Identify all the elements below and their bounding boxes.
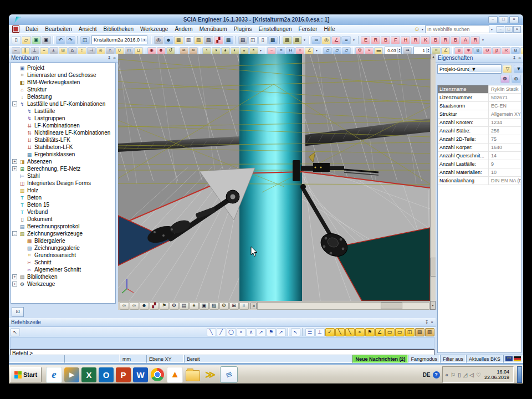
zoom-to-selection-icon[interactable]: ⊕ [511,75,521,83]
help-tray-icon[interactable]: ? [433,371,440,378]
member-tool-icon[interactable]: ± [49,47,58,54]
member-tool-icon[interactable]: Δ [68,47,77,54]
member-tool-icon[interactable]: ∥ [21,47,30,54]
dropdown-arrow-icon[interactable]: ▼ [302,38,307,42]
zoom-icon[interactable]: ◎ [321,36,331,44]
network-tray-icon[interactable]: ◿ [463,372,468,378]
language-indicator[interactable]: DE [423,372,431,378]
member-tool-icon[interactable]: ∩ [106,47,115,54]
model-scene[interactable] [118,54,430,301]
project-combobox[interactable]: Kristalturm2a 2016.0▼ [91,35,147,44]
grid-snap-icon[interactable]: ⌗ [432,47,441,54]
print-icon[interactable]: ▤ [238,36,248,44]
image-view-icon[interactable]: ▨ [209,302,219,310]
view-tool-icon[interactable]: ◑ [212,47,221,54]
concrete-tool-icon[interactable]: Θ [483,47,492,54]
close-button[interactable]: × [509,16,519,23]
flag-view-icon[interactable]: ⚑ [160,302,169,310]
member-tool-icon[interactable]: ⌐ [12,47,21,54]
star-view-icon[interactable]: ★ [190,302,199,310]
draw-line2-icon[interactable]: ╱ [217,328,226,336]
snap-box2-icon[interactable]: ▭ [395,328,405,336]
mdi-restore-button[interactable]: □ [505,26,513,33]
snap-angle-icon[interactable]: ∠ [375,328,385,336]
result-tool-icon[interactable]: R [411,36,420,44]
menu-item-werkzeuge[interactable]: Werkzeuge [137,25,171,33]
tree-item[interactable]: ◫Integriertes Design Forms [11,180,115,187]
member-tool-icon[interactable]: ⊥ [30,47,39,54]
property-row[interactable]: LizenznameRyklin Statik [438,85,521,94]
menu-item-menübaum[interactable]: Menübaum [196,25,231,33]
calculator-icon[interactable]: ▦ [174,36,183,44]
tree-item[interactable]: ✂Algemeiner Schnitt [11,266,115,273]
unlink-members-icon[interactable]: ∞ [189,47,198,54]
tree-tab-icon[interactable]: ⊡ [12,307,24,317]
team-icon[interactable]: ☻ [164,36,173,44]
image-tool2-icon[interactable]: ▩ [293,36,302,44]
viewport-vertical-scrollbar[interactable]: ▲ [430,54,436,301]
angle-tool-icon[interactable]: ∠ [305,47,314,54]
snap-flag-icon[interactable]: ⚑ [365,328,375,336]
expand-tray-icon[interactable]: « [446,372,449,378]
concrete-tool-icon[interactable]: Φ [464,47,473,54]
menu-item-einstellungen[interactable]: Einstellungen [255,25,295,33]
tree-item[interactable]: ▣Projekt [11,64,115,71]
tree-item[interactable]: ⌂Struktur [11,86,115,93]
property-row[interactable]: Lizenznummer502671 [438,94,521,102]
outlook-taskbar-icon[interactable]: O [99,367,114,382]
chart-view-icon[interactable]: ▞ [150,302,159,310]
tree-expander-icon[interactable]: + [12,274,17,279]
tree-item[interactable]: ▨Zeichnungsgalerie [11,244,115,252]
view-tool-icon[interactable]: ◓ [249,47,258,54]
tree-item[interactable]: ↯Lastgruppen [11,115,115,122]
link-icon[interactable]: ∞ [311,36,321,44]
step-tool-icon[interactable]: ⇒ [403,47,412,54]
dropdown-arrow-icon[interactable]: ▼ [314,49,319,52]
tree-item[interactable]: ▦Ergebnisklassen [11,151,115,158]
result-tool-icon[interactable]: B [451,36,460,44]
save-all-icon[interactable]: ▣ [42,36,51,44]
property-row[interactable]: Anzahl 2D-Teile:75 [438,135,521,144]
copy-tool-icon[interactable]: ▱ [332,47,341,54]
property-row[interactable]: Anzahl Materialien:10 [438,168,521,177]
3d-viewport[interactable]: ▲ ∞∞☻▞⚑⚙▤★▣▨⚙⊞⌗ ◄ ▼ [118,54,436,318]
close-icon[interactable]: × [518,55,521,60]
vlc-taskbar-icon[interactable]: ▲ [167,367,183,383]
select-nodes-icon[interactable]: ◉ [147,47,156,54]
dropdown-arrow-icon[interactable]: ▼ [480,38,485,42]
tree-item[interactable]: ⇊LF-Kombinationen [11,122,115,129]
tree-item[interactable]: ⌗Grundrissansicht [11,252,115,259]
result-tool-icon[interactable]: K [421,36,430,44]
snap-line-icon[interactable]: ╲ [335,328,345,336]
select-link-icon[interactable]: ∞ [120,302,129,310]
tree-item[interactable]: TVerbund [11,208,115,216]
internet-explorer-taskbar-icon[interactable]: e [46,367,62,383]
select-members-icon[interactable]: ☻ [157,47,166,54]
show-desktop-button[interactable] [517,366,522,383]
arrow-ne-icon[interactable]: ↗ [257,328,266,336]
smiley-help-icon[interactable]: ☺ [414,26,420,32]
snap-box-icon[interactable]: ▭ [385,328,395,336]
window-layout-icon[interactable]: ◫ [80,36,90,44]
selection-arrow-icon[interactable]: ↖ [11,328,20,336]
new-project-icon[interactable]: ▯ [12,36,21,44]
erase-icon[interactable]: × [237,328,246,336]
result-tool-icon[interactable]: A [461,36,470,44]
view-tool-icon[interactable]: ◐ [231,47,239,54]
open-project-icon[interactable]: ▱ [22,36,31,44]
flag-tray-icon[interactable]: ⚐ [451,372,456,378]
menu-item-bearbeiten[interactable]: Bearbeiten [42,25,75,33]
viewport-horizontal-scrollbar[interactable] [257,302,429,310]
gear-view-icon[interactable]: ⚙ [170,302,179,310]
webhelp-search-input[interactable] [425,25,489,33]
file-explorer-taskbar-icon[interactable] [186,370,200,381]
snap-size-spinner[interactable]: 0.03▲▼ [385,47,402,54]
menu-item-datei[interactable]: Datei [22,25,42,33]
tree-item[interactable]: TBeton 15 [11,201,115,208]
gear-tool-icon[interactable]: ⚙ [355,47,364,54]
chevron-down-icon[interactable]: ▼ [490,28,493,31]
view-tool-icon[interactable]: ◒ [240,47,249,54]
result-tool-icon[interactable]: R [371,36,380,44]
snap-grid-icon[interactable]: ▤ [415,328,424,336]
delete-tool-icon[interactable]: × [365,47,374,54]
